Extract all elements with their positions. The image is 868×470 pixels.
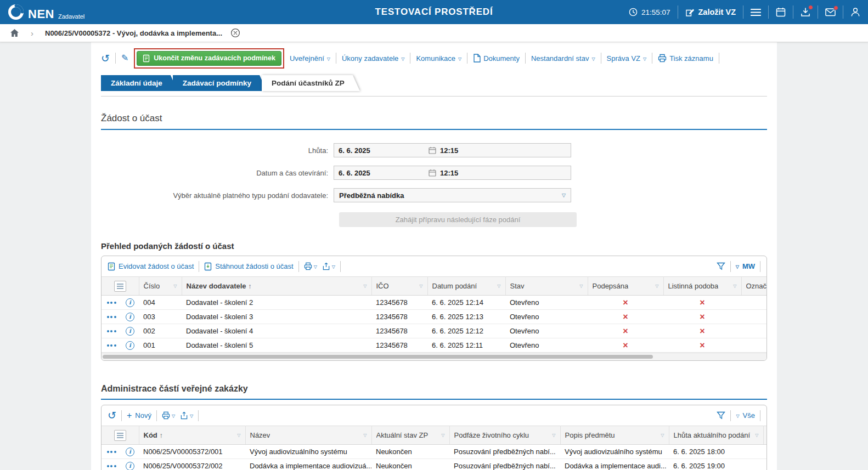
prehled-table: Číslo▽ Název dodavatele ↑▽ IČO▽ Datum po… [102, 276, 767, 353]
export-grid-button[interactable]: ▽ [322, 262, 335, 270]
download-requests-icon [204, 262, 212, 271]
menu-komunikace[interactable]: Komunikace ▽ [416, 54, 461, 63]
col-lhuta-podani[interactable]: Lhůta aktuálního podání▽ [669, 426, 763, 445]
table-row[interactable]: i 001 Dodavatel - školení 5 12345678 6. … [102, 338, 767, 353]
column-chooser-icon[interactable] [114, 430, 126, 441]
divider [198, 410, 199, 421]
lhuta-date-value[interactable]: 6. 6. 2025 [334, 146, 429, 155]
environment-title: TESTOVACÍ PROSTŘEDÍ [375, 7, 493, 18]
evidovat-zadost-button[interactable]: Evidovat žádost o účast [108, 262, 194, 271]
column-chooser-icon[interactable] [114, 281, 126, 292]
mail-icon[interactable] [825, 8, 836, 16]
info-icon[interactable]: i [126, 327, 134, 336]
col-aktualni-stav[interactable]: Aktuální stav ZP▽ [371, 426, 449, 445]
lhuta-datetime-field[interactable]: 6. 6. 2025 12:15 [334, 143, 571, 157]
col-oznaceni[interactable]: Označe [741, 277, 767, 296]
otevirani-date-value[interactable]: 6. 6. 2025 [334, 169, 429, 177]
col-cislo[interactable]: Číslo▽ [139, 277, 182, 296]
calendar-small-icon[interactable] [429, 146, 436, 154]
divider [678, 5, 678, 19]
calendar-icon[interactable] [776, 7, 786, 17]
end-change-button[interactable]: Ukončit změnu zadávacích podmínek [137, 51, 281, 66]
filter-triangle-icon: ▽ [363, 433, 367, 438]
col-podfaze[interactable]: Podfáze životního cyklu▽ [449, 426, 560, 445]
col-nazev-dodavatele[interactable]: Název dodavatele ↑▽ [182, 277, 371, 296]
table-row[interactable]: i N006/25/V00005372/002 Dodávka a implem… [102, 459, 767, 470]
divider [793, 5, 793, 19]
info-icon[interactable]: i [126, 298, 134, 307]
prehled-header-row: Číslo▽ Název dodavatele ↑▽ IČO▽ Datum po… [102, 277, 767, 296]
table-row[interactable]: i 003 Dodavatel - školení 3 12345678 6. … [102, 310, 767, 324]
calendar-small-icon[interactable] [429, 169, 436, 177]
menu-uverejneni[interactable]: Uveřejnění ▽ [290, 54, 330, 63]
divider [115, 53, 116, 64]
filter-icon[interactable] [717, 411, 725, 420]
filter-triangle-icon: ▽ [733, 284, 736, 288]
row-menu-icon[interactable] [106, 465, 117, 467]
scrollbar-thumb[interactable] [103, 355, 653, 359]
tab-podani-ucastniku[interactable]: Podání účastníků ZP [262, 75, 360, 91]
table-row[interactable]: i 004 Dodavatel - školení 2 12345678 6. … [102, 296, 767, 310]
filter-triangle-icon: ▽ [441, 433, 444, 438]
otevirani-datetime-field[interactable]: 6. 6. 2025 12:15 [334, 166, 571, 180]
create-vz-button[interactable]: Založit VZ [685, 8, 736, 17]
main-area: ↺ ✎ Ukončit změnu zadávacích podmínek Uv… [0, 42, 868, 470]
cross-icon: × [623, 341, 628, 350]
col-ico[interactable]: IČO▽ [371, 277, 427, 296]
refresh-icon[interactable]: ↺ [108, 410, 116, 421]
menu-tisk-zaznamu[interactable]: Tisk záznamu [658, 54, 713, 63]
row-menu-icon[interactable] [106, 330, 117, 332]
menu-sprava-vz[interactable]: Správa VZ ▽ [607, 54, 647, 63]
breadcrumb-item[interactable]: N006/25/V00005372 - Vývoj, dodávka a imp… [45, 29, 222, 37]
saved-filter-mw[interactable]: ▽ MW [736, 262, 755, 270]
form-row-lhuta: Lhůta: 6. 6. 2025 12:15 [101, 143, 767, 157]
print-grid-button[interactable]: ▽ [304, 262, 317, 270]
horizontal-scrollbar[interactable] [102, 353, 766, 360]
tab-zakladni-udaje[interactable]: Základní údaje [101, 75, 178, 91]
col-kod[interactable]: Kód ↑▽ [139, 426, 245, 445]
col-stav[interactable]: Stav▽ [505, 277, 588, 296]
close-icon[interactable] [230, 28, 240, 38]
menu-ukony-zadavatele[interactable]: Úkony zadavatele ▽ [342, 54, 405, 63]
info-icon[interactable]: i [126, 313, 134, 321]
row-menu-icon[interactable] [106, 451, 117, 453]
typ-podani-select[interactable]: Předběžná nabídka ▽ [334, 188, 571, 202]
col-popis-predmetu[interactable]: Popis předmětu▽ [560, 426, 669, 445]
user-icon[interactable] [850, 7, 860, 17]
edit-pencil-icon[interactable]: ✎ [121, 54, 128, 63]
menu-icon[interactable] [751, 8, 761, 16]
refresh-icon[interactable]: ↺ [101, 53, 110, 64]
nen-logo[interactable]: NEN Zadavatel [8, 4, 84, 20]
stahnout-zadosti-button[interactable]: Stáhnout žádosti o účast [204, 262, 293, 271]
col-nazev[interactable]: Název▽ [245, 426, 371, 445]
info-icon[interactable]: i [126, 462, 134, 470]
col-vy[interactable]: Vy [763, 426, 767, 445]
document-icon [473, 54, 481, 63]
download-icon[interactable] [801, 7, 810, 17]
lhuta-time-value[interactable]: 12:15 [436, 146, 462, 155]
menu-nestandardni-stav[interactable]: Nestandardní stav ▽ [531, 54, 595, 63]
tab-zadavaci-podminky[interactable]: Zadávací podmínky [173, 75, 267, 91]
table-row[interactable]: i 002 Dodavatel - školení 4 12345678 6. … [102, 324, 767, 338]
col-datum-podani[interactable]: Datum podání▽ [427, 277, 505, 296]
chevron-down-icon: ▽ [314, 264, 317, 269]
otevirani-time-value[interactable]: 12:15 [436, 169, 462, 177]
novy-button[interactable]: + Nový [127, 411, 151, 420]
chevron-down-icon: ▽ [736, 264, 739, 269]
info-icon[interactable]: i [126, 341, 134, 350]
row-menu-icon[interactable] [106, 302, 117, 304]
print-grid-button[interactable]: ▽ [162, 411, 175, 420]
table-row[interactable]: i N006/25/V00005372/001 Vývoj audiovizuá… [102, 445, 767, 459]
section-title-zadost: Žádost o účast [101, 113, 767, 130]
filter-icon[interactable] [717, 262, 725, 270]
row-menu-icon[interactable] [106, 344, 117, 347]
zahajit-faze-button-disabled: Zahájit přípravu následující fáze podání [339, 212, 577, 227]
home-icon[interactable] [10, 29, 19, 37]
menu-dokumenty[interactable]: Dokumenty [473, 54, 520, 63]
info-icon[interactable]: i [126, 448, 134, 456]
saved-filter-vse[interactable]: ▽ Vše [736, 411, 755, 420]
col-podepsana[interactable]: Podepsána▽ [588, 277, 663, 296]
row-menu-icon[interactable] [106, 316, 117, 318]
export-grid-button[interactable]: ▽ [180, 411, 193, 420]
col-listinna-podoba[interactable]: Listinná podoba▽ [663, 277, 741, 296]
